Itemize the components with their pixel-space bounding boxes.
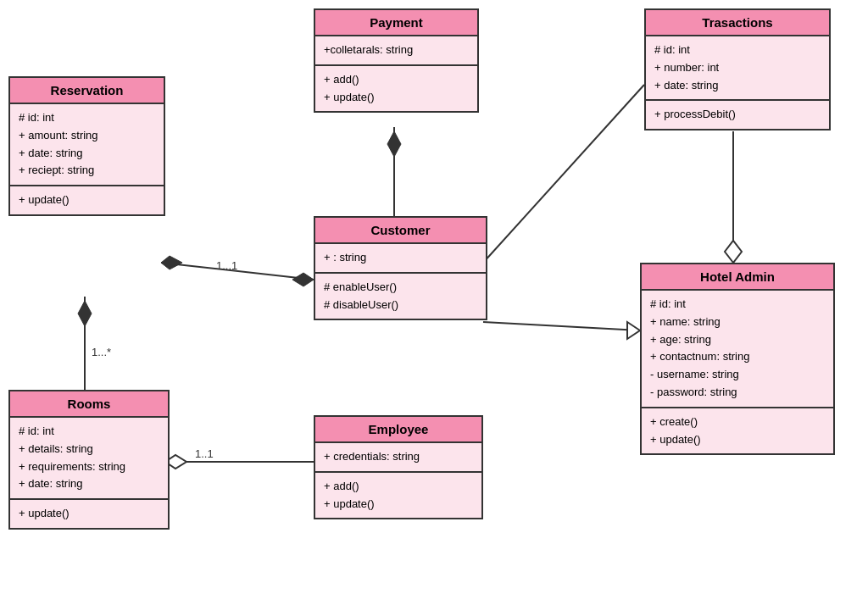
attr-line: + credentials: string — [324, 448, 473, 466]
svg-marker-5 — [292, 273, 314, 286]
svg-marker-14 — [627, 322, 640, 339]
attr-line: + date: string — [19, 145, 155, 163]
method-line: + processDebit() — [654, 106, 821, 124]
customer-class: Customer + : string # enableUser() # dis… — [314, 216, 487, 320]
method-line: + update() — [19, 505, 159, 523]
method-line: + update() — [324, 89, 469, 107]
attr-line: + requirements: string — [19, 458, 159, 476]
attr-line: # id: int — [19, 423, 159, 441]
diagram-container: 1...1 1...* 1..1 Reservation # id: int +… — [0, 0, 868, 605]
attr-line: + date: string — [19, 475, 159, 493]
payment-attributes: +colletarals: string — [315, 36, 477, 66]
hotel-admin-methods: + create() + update() — [642, 408, 833, 454]
employee-header: Employee — [315, 417, 481, 443]
reservation-header: Reservation — [10, 78, 164, 104]
hotel-admin-attributes: # id: int + name: string + age: string +… — [642, 291, 833, 408]
transactions-attributes: # id: int + number: int + date: string — [646, 36, 829, 101]
attr-line: # id: int — [650, 296, 825, 314]
attr-line: + date: string — [654, 77, 821, 95]
method-line: # disableUser() — [324, 297, 477, 314]
attr-line: # id: int — [654, 42, 821, 59]
customer-header: Customer — [315, 218, 486, 244]
svg-marker-1 — [387, 131, 401, 157]
hotel-admin-header: Hotel Admin — [642, 264, 833, 291]
rooms-methods: + update() — [10, 500, 168, 528]
employee-methods: + add() + update() — [315, 473, 481, 519]
rooms-attributes: # id: int + details: string + requiremen… — [10, 418, 168, 500]
svg-text:1...1: 1...1 — [216, 259, 237, 272]
attr-line: +colletarals: string — [324, 42, 469, 59]
attr-line: + age: string — [650, 331, 825, 349]
method-line: + add() — [324, 71, 469, 89]
reservation-attributes: # id: int + amount: string + date: strin… — [10, 104, 164, 186]
svg-marker-8 — [78, 301, 92, 326]
method-line: # enableUser() — [324, 279, 477, 297]
attr-line: + reciept: string — [19, 162, 155, 180]
payment-class: Payment +colletarals: string + add() + u… — [314, 8, 479, 113]
method-line: + update() — [650, 431, 825, 449]
attr-line: + name: string — [650, 314, 825, 331]
reservation-methods: + update() — [10, 186, 164, 214]
transactions-class: Trasactions # id: int + number: int + da… — [644, 8, 831, 130]
attr-line: + number: int — [654, 59, 821, 77]
method-line: + update() — [324, 496, 473, 513]
employee-class: Employee + credentials: string + add() +… — [314, 415, 483, 519]
customer-methods: # enableUser() # disableUser() — [315, 274, 486, 319]
hotel-admin-class: Hotel Admin # id: int + name: string + a… — [640, 263, 835, 455]
rooms-header: Rooms — [10, 391, 168, 418]
employee-attributes: + credentials: string — [315, 443, 481, 473]
payment-methods: + add() + update() — [315, 66, 477, 112]
rooms-class: Rooms # id: int + details: string + requ… — [8, 390, 170, 530]
method-line: + update() — [19, 191, 155, 209]
attr-line: + amount: string — [19, 127, 155, 145]
payment-header: Payment — [315, 10, 477, 36]
reservation-class: Reservation # id: int + amount: string +… — [8, 76, 165, 216]
svg-text:1..1: 1..1 — [195, 447, 214, 460]
svg-line-3 — [161, 263, 314, 280]
svg-marker-4 — [161, 256, 182, 269]
attr-line: + details: string — [19, 441, 159, 458]
svg-line-2 — [483, 85, 644, 263]
customer-attributes: + : string — [315, 244, 486, 274]
transactions-methods: + processDebit() — [646, 101, 829, 129]
method-line: + add() — [324, 478, 473, 496]
attr-line: + : string — [324, 249, 477, 267]
svg-text:1...*: 1...* — [92, 346, 111, 358]
method-line: + create() — [650, 414, 825, 431]
transactions-header: Trasactions — [646, 10, 829, 36]
svg-marker-16 — [725, 241, 742, 263]
attr-line: - password: string — [650, 384, 825, 402]
attr-line: - username: string — [650, 366, 825, 384]
svg-line-13 — [483, 322, 640, 330]
attr-line: + contactnum: string — [650, 348, 825, 366]
attr-line: # id: int — [19, 109, 155, 127]
